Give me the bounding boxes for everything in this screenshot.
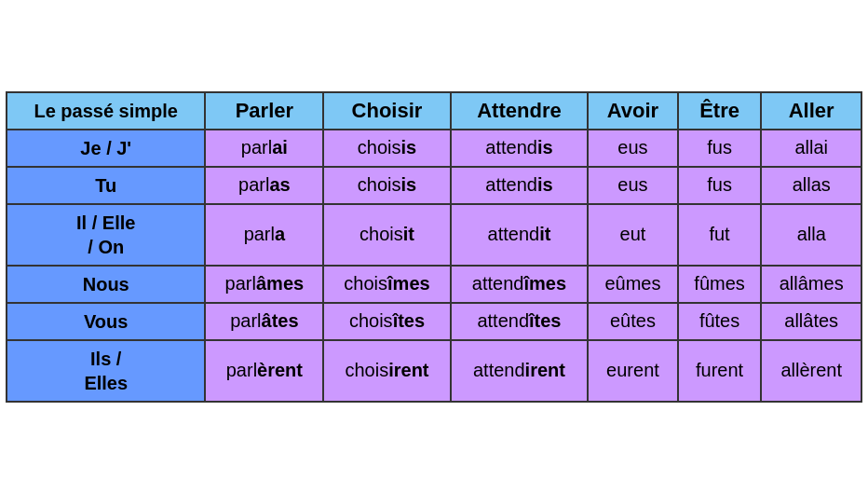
table-row: Ils /Ellesparlèrentchoisirentattendirent…	[7, 340, 861, 402]
conjugation-cell: parla	[205, 204, 323, 266]
table-row: Vousparlâteschoisîtesattendîteseûtesfûte…	[7, 303, 861, 340]
conjugation-cell: attendit	[451, 204, 588, 266]
conjugation-cell: alla	[761, 204, 861, 266]
conjugation-cell: allai	[761, 130, 861, 167]
conjugation-cell: eus	[588, 130, 678, 167]
table-title: Le passé simple	[7, 92, 205, 130]
conjugation-cell: fûtes	[678, 303, 762, 340]
subject-cell: Vous	[7, 303, 205, 340]
conjugation-cell: choisirent	[323, 340, 450, 402]
conjugation-cell: attendîmes	[451, 266, 588, 303]
conjugation-cell: fus	[678, 130, 762, 167]
conjugation-cell: allèrent	[761, 340, 861, 402]
conjugation-cell: eûtes	[588, 303, 678, 340]
conjugation-cell: fus	[678, 167, 762, 204]
table-row: Je / J'parlaichoisisattendiseusfusallai	[7, 130, 861, 167]
conjugation-cell: parlas	[205, 167, 323, 204]
conjugation-cell: attendîtes	[451, 303, 588, 340]
conjugation-table: Le passé simple Parler Choisir Attendre …	[6, 91, 862, 403]
header-aller: Aller	[761, 92, 861, 130]
conjugation-cell: eus	[588, 167, 678, 204]
subject-cell: Nous	[7, 266, 205, 303]
conjugation-cell: fut	[678, 204, 762, 266]
conjugation-cell: attendirent	[451, 340, 588, 402]
subject-cell: Ils /Elles	[7, 340, 205, 402]
conjugation-cell: eûmes	[588, 266, 678, 303]
conjugation-cell: choisit	[323, 204, 450, 266]
conjugation-cell: choisîmes	[323, 266, 450, 303]
table-row: Nousparlâmeschoisîmesattendîmeseûmesfûme…	[7, 266, 861, 303]
conjugation-cell: choisis	[323, 167, 450, 204]
conjugation-cell: fûmes	[678, 266, 762, 303]
table-row: Tuparlaschoisisattendiseusfusallas	[7, 167, 861, 204]
conjugation-cell: allas	[761, 167, 861, 204]
subject-cell: Il / Elle/ On	[7, 204, 205, 266]
conjugation-cell: choisis	[323, 130, 450, 167]
subject-cell: Tu	[7, 167, 205, 204]
conjugation-cell: attendis	[451, 167, 588, 204]
header-choisir: Choisir	[323, 92, 450, 130]
header-attendre: Attendre	[451, 92, 588, 130]
header-etre: Être	[678, 92, 762, 130]
conjugation-cell: attendis	[451, 130, 588, 167]
subject-cell: Je / J'	[7, 130, 205, 167]
conjugation-cell: allâtes	[761, 303, 861, 340]
conjugation-cell: parlèrent	[205, 340, 323, 402]
table-row: Il / Elle/ Onparlachoisitattenditeutfuta…	[7, 204, 861, 266]
conjugation-cell: furent	[678, 340, 762, 402]
table-body: Je / J'parlaichoisisattendiseusfusallaiT…	[7, 130, 861, 402]
conjugation-cell: eut	[588, 204, 678, 266]
conjugation-cell: parlai	[205, 130, 323, 167]
header-parler: Parler	[205, 92, 323, 130]
conjugation-cell: allâmes	[761, 266, 861, 303]
conjugation-cell: choisîtes	[323, 303, 450, 340]
conjugation-cell: parlâmes	[205, 266, 323, 303]
header-avoir: Avoir	[588, 92, 678, 130]
header-row: Le passé simple Parler Choisir Attendre …	[7, 92, 861, 130]
conjugation-cell: eurent	[588, 340, 678, 402]
conjugation-cell: parlâtes	[205, 303, 323, 340]
